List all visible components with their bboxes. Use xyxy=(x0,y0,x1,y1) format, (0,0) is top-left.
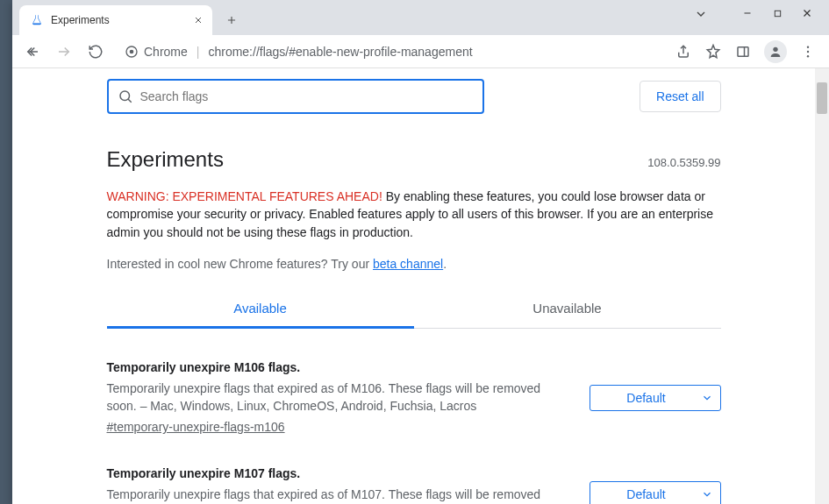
flag-tabs: Available Unavailable xyxy=(107,290,721,329)
flag-row: Temporarily unexpire M107 flags. Tempora… xyxy=(107,466,721,504)
close-window-icon[interactable] xyxy=(801,7,813,19)
url-text: chrome://flags/#enable-new-profile-manag… xyxy=(208,45,472,59)
flag-value: Default xyxy=(597,487,696,501)
side-panel-icon[interactable] xyxy=(734,43,752,60)
browser-toolbar: Chrome | chrome://flags/#enable-new-prof… xyxy=(12,35,829,68)
scrollbar-thumb[interactable] xyxy=(817,82,827,114)
chevron-down-icon xyxy=(701,392,713,404)
menu-icon[interactable] xyxy=(799,43,817,60)
minimize-icon[interactable] xyxy=(741,7,754,19)
browser-tab[interactable]: Experiments xyxy=(19,5,212,35)
profile-avatar[interactable] xyxy=(764,40,787,63)
warning-text: WARNING: EXPERIMENTAL FEATURES AHEAD! By… xyxy=(107,188,721,241)
back-button[interactable] xyxy=(21,40,44,63)
bookmark-icon[interactable] xyxy=(704,43,722,60)
maximize-icon[interactable] xyxy=(771,7,783,19)
svg-point-7 xyxy=(807,55,809,57)
search-icon xyxy=(118,89,133,104)
site-chip: Chrome xyxy=(125,45,188,59)
flag-row: Temporarily unexpire M106 flags. Tempora… xyxy=(107,360,721,436)
svg-point-8 xyxy=(120,91,130,101)
svg-rect-0 xyxy=(775,11,780,16)
flag-desc: Temporarily unexpire flags that expired … xyxy=(107,380,568,415)
scrollbar[interactable] xyxy=(815,68,829,504)
toolbar-actions xyxy=(675,40,820,63)
reload-button[interactable] xyxy=(84,40,107,63)
chrome-icon xyxy=(125,45,139,59)
flag-desc: Temporarily unexpire flags that expired … xyxy=(107,486,568,504)
tab-title: Experiments xyxy=(51,14,184,26)
title-bar: Experiments xyxy=(12,0,829,35)
close-tab-icon[interactable] xyxy=(191,13,205,27)
flag-anchor[interactable]: #temporary-unexpire-flags-m106 xyxy=(107,420,285,434)
chevron-down-icon xyxy=(701,488,713,500)
window-controls xyxy=(725,0,829,26)
flask-icon xyxy=(30,13,44,27)
tab-search-icon[interactable] xyxy=(694,7,708,25)
page-title: Experiments xyxy=(107,147,224,172)
share-icon[interactable] xyxy=(675,43,692,60)
browser-window: Experiments Chrome | xyxy=(12,0,829,504)
svg-rect-3 xyxy=(738,46,748,56)
flag-dropdown[interactable]: Default xyxy=(590,481,721,504)
svg-point-6 xyxy=(807,50,809,52)
svg-point-5 xyxy=(807,46,809,47)
tab-available[interactable]: Available xyxy=(107,290,414,329)
reset-all-button[interactable]: Reset all xyxy=(640,81,720,112)
flag-value: Default xyxy=(597,391,696,405)
page-content: Reset all Experiments 108.0.5359.99 WARN… xyxy=(12,68,815,504)
flag-title: Temporarily unexpire M106 flags. xyxy=(107,360,568,374)
beta-channel-link[interactable]: beta channel xyxy=(373,257,443,271)
new-tab-button[interactable] xyxy=(219,8,244,32)
flag-title: Temporarily unexpire M107 flags. xyxy=(107,466,568,480)
warning-prefix: WARNING: EXPERIMENTAL FEATURES AHEAD! xyxy=(107,189,382,203)
version-text: 108.0.5359.99 xyxy=(647,156,720,169)
address-bar[interactable]: Chrome | chrome://flags/#enable-new-prof… xyxy=(116,39,666,65)
svg-point-4 xyxy=(773,46,777,51)
forward-button[interactable] xyxy=(53,40,75,63)
promo-text: Interested in cool new Chrome features? … xyxy=(107,257,721,271)
flag-dropdown[interactable]: Default xyxy=(590,385,721,411)
chrome-label: Chrome xyxy=(144,45,188,59)
search-input-wrap[interactable] xyxy=(107,79,484,114)
tab-strip: Experiments xyxy=(12,0,244,35)
svg-point-2 xyxy=(130,49,134,53)
tab-unavailable[interactable]: Unavailable xyxy=(414,290,721,328)
search-input[interactable] xyxy=(140,89,474,103)
